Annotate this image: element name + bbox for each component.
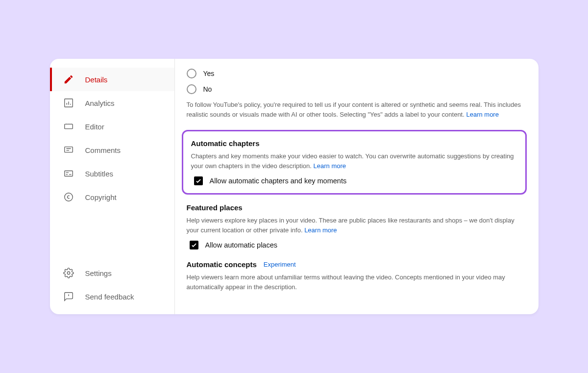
sidebar-item-subtitles[interactable]: Subtitles bbox=[50, 162, 174, 185]
places-desc-text: Help viewers explore key places in your … bbox=[187, 217, 514, 234]
sidebar-item-label: Subtitles bbox=[85, 170, 114, 178]
subtitles-icon bbox=[63, 168, 74, 179]
radio-label: Yes bbox=[203, 70, 215, 77]
sidebar-item-comments[interactable]: Comments bbox=[50, 138, 174, 162]
sidebar-item-label: Copyright bbox=[85, 193, 117, 201]
chapters-desc: Chapters and key moments make your video… bbox=[191, 151, 517, 171]
chapters-checkbox-row[interactable]: Allow automatic chapters and key moments bbox=[191, 176, 517, 185]
sidebar-item-label: Details bbox=[85, 75, 108, 84]
policy-text: To follow YouTube's policy, you're requi… bbox=[187, 100, 525, 119]
svg-rect-2 bbox=[64, 147, 73, 152]
policy-learn-more-link[interactable]: Learn more bbox=[466, 111, 498, 118]
sidebar-item-label: Editor bbox=[85, 123, 104, 131]
chapters-title: Automatic chapters bbox=[191, 139, 517, 148]
comments-icon bbox=[63, 144, 74, 156]
sidebar-item-label: Analytics bbox=[85, 99, 115, 107]
radio-no[interactable]: No bbox=[187, 84, 527, 94]
copyright-icon bbox=[63, 191, 74, 203]
concepts-title: Automatic concepts bbox=[187, 260, 257, 269]
radio-label: No bbox=[203, 85, 212, 93]
automatic-chapters-highlight: Automatic chapters Chapters and key mome… bbox=[182, 130, 527, 195]
places-checkbox-row[interactable]: Allow automatic places bbox=[187, 241, 527, 249]
places-title: Featured places bbox=[187, 203, 527, 212]
sidebar-item-analytics[interactable]: Analytics bbox=[50, 91, 174, 115]
sidebar: Details Analytics Editor Comments bbox=[50, 59, 175, 314]
gear-icon bbox=[63, 267, 74, 279]
radio-icon bbox=[187, 69, 196, 78]
automatic-concepts-section: Automatic concepts Experiment Help viewe… bbox=[187, 260, 527, 292]
chapters-checkbox-label: Allow automatic chapters and key moments bbox=[210, 177, 347, 185]
chapters-learn-more-link[interactable]: Learn more bbox=[314, 162, 346, 170]
sidebar-item-details[interactable]: Details bbox=[50, 68, 174, 91]
sidebar-item-settings[interactable]: Settings bbox=[50, 261, 174, 285]
experiment-badge: Experiment bbox=[264, 261, 296, 268]
feedback-icon bbox=[63, 291, 74, 302]
sidebar-top: Details Analytics Editor Comments bbox=[50, 68, 174, 261]
checkbox-checked-icon bbox=[190, 241, 198, 249]
sidebar-item-label: Settings bbox=[85, 269, 112, 277]
sidebar-item-copyright[interactable]: Copyright bbox=[50, 185, 174, 209]
settings-card: Details Analytics Editor Comments bbox=[50, 59, 539, 314]
places-learn-more-link[interactable]: Learn more bbox=[304, 226, 337, 234]
svg-rect-3 bbox=[64, 171, 73, 176]
pencil-icon bbox=[63, 74, 74, 85]
radio-yes[interactable]: Yes bbox=[187, 69, 527, 78]
editor-icon bbox=[63, 121, 74, 132]
concepts-desc: Help viewers learn more about unfamiliar… bbox=[187, 273, 525, 292]
checkbox-checked-icon bbox=[194, 176, 203, 185]
svg-point-5 bbox=[67, 272, 70, 274]
sidebar-item-feedback[interactable]: Send feedback bbox=[50, 285, 174, 308]
svg-point-4 bbox=[64, 193, 73, 201]
svg-rect-1 bbox=[64, 124, 73, 128]
chapters-desc-text: Chapters and key moments make your video… bbox=[191, 152, 514, 170]
places-checkbox-label: Allow automatic places bbox=[205, 241, 278, 249]
radio-icon bbox=[187, 84, 196, 94]
sidebar-item-label: Comments bbox=[85, 146, 121, 154]
places-desc: Help viewers explore key places in your … bbox=[187, 216, 525, 235]
sidebar-bottom: Settings Send feedback bbox=[50, 261, 174, 314]
featured-places-section: Featured places Help viewers explore key… bbox=[187, 203, 527, 249]
sidebar-item-editor[interactable]: Editor bbox=[50, 115, 174, 138]
analytics-icon bbox=[63, 97, 74, 109]
main-content: Yes No To follow YouTube's policy, you'r… bbox=[175, 59, 539, 314]
sidebar-item-label: Send feedback bbox=[85, 293, 134, 301]
